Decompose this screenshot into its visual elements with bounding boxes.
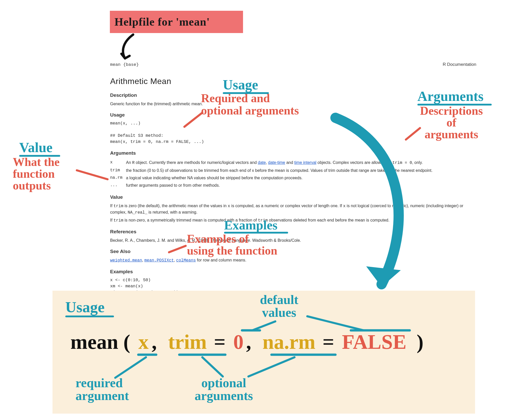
value-text-1: If trim is zero (the default), the arith… (110, 203, 476, 216)
section-description: Description (110, 92, 476, 99)
link-date-time[interactable]: date-time (268, 160, 285, 165)
link-weighted-mean[interactable]: weighted.mean (110, 258, 142, 263)
references-text: Becker, R. A., Chambers, J. M. and Wilks… (110, 237, 476, 243)
link-time-interval[interactable]: time interval (294, 160, 316, 165)
arg-name: trim (110, 167, 126, 174)
table-row: ... further arguments passed to or from … (110, 182, 436, 189)
arg-desc: An R object. Currently there are methods… (126, 159, 436, 167)
section-seealso: See Also (110, 248, 476, 255)
arguments-table: x An R object. Currently there are metho… (110, 159, 436, 189)
section-value: Value (110, 194, 476, 201)
section-references: References (110, 228, 476, 235)
arg-desc: further arguments passed to or from othe… (126, 182, 436, 189)
link-mean-posixct[interactable]: mean.POSIXct (144, 258, 174, 263)
table-row: trim the fraction (0 to 0.5) of observat… (110, 167, 436, 174)
value-text-2: If trim is non-zero, a symmetrically tri… (110, 217, 476, 224)
table-row: na.rm a logical value indicating whether… (110, 174, 436, 182)
seealso-text: weighted.mean, mean.POSIXct, colMeans fo… (110, 257, 476, 264)
arg-desc: a logical value indicating whether NA va… (126, 174, 436, 182)
banner-text: Helpfile for 'mean' (110, 11, 243, 33)
banner: Helpfile for 'mean' (110, 11, 243, 33)
table-row: x An R object. Currently there are metho… (110, 159, 436, 167)
section-usage: Usage (110, 111, 476, 119)
ann-value-sub: What the function outputs (13, 156, 60, 192)
section-arguments: Arguments (110, 150, 476, 157)
link-colmeans[interactable]: colMeans (176, 258, 196, 263)
arg-name: na.rm (110, 174, 126, 182)
arg-desc: the fraction (0 to 0.5) of observations … (126, 167, 436, 174)
ann-value-title: Value (19, 140, 52, 155)
help-doc: mean {base} R Documentation Arithmetic M… (110, 61, 476, 297)
usage-code: mean(x, ...) ## Default S3 method: mean(… (110, 120, 476, 145)
usage-panel (52, 291, 475, 414)
section-examples: Examples (110, 268, 476, 275)
breadcrumb: mean {base} (110, 62, 139, 67)
page-title: Arithmetic Mean (110, 75, 476, 87)
link-date[interactable]: date (258, 160, 266, 165)
arg-name: x (110, 159, 126, 167)
arg-name: ... (110, 182, 126, 189)
r-documentation-label: R Documentation (443, 61, 476, 68)
